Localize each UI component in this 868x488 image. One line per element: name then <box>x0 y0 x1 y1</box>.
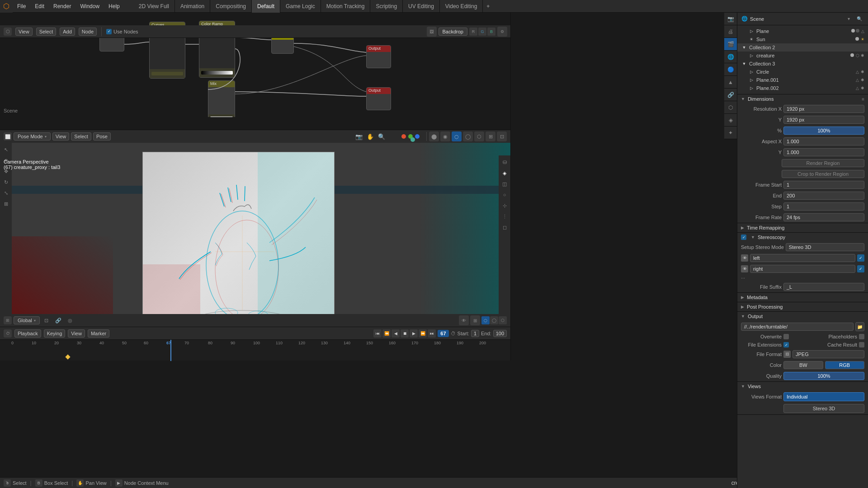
display-options[interactable]: ⚙ <box>497 27 507 37</box>
tab-animation[interactable]: Animation <box>175 0 210 13</box>
vp-icon-transform[interactable]: ⊹ <box>500 201 509 211</box>
pose-mode-dropdown[interactable]: Pose Mode <box>14 132 51 141</box>
backdrop-toggle[interactable]: 🖼 <box>427 27 437 37</box>
aspect-y-value[interactable]: 1.000 <box>783 148 864 156</box>
right-eye-check[interactable]: ✓ <box>857 265 864 272</box>
outliner-sun[interactable]: ☀ Sun ☀ <box>737 35 868 43</box>
left-eye-check[interactable]: ✓ <box>857 254 864 262</box>
node-box-7[interactable]: Output <box>366 87 391 110</box>
cache-result-checkbox[interactable] <box>859 342 864 347</box>
right-tab-material[interactable]: ◈ <box>724 114 737 127</box>
file-suffix-value[interactable]: _L <box>783 283 864 291</box>
node-node-menu[interactable]: Node <box>79 28 97 36</box>
frame-start-value[interactable]: 1 <box>783 181 864 189</box>
left-eye-name[interactable]: left <box>750 254 855 262</box>
node-box-6[interactable]: Mix <box>208 80 235 117</box>
menu-edit[interactable]: Edit <box>30 1 49 11</box>
coordinate-system-dropdown[interactable]: Global <box>14 316 40 324</box>
jump-start-btn[interactable]: ⏮ <box>373 329 382 338</box>
crop-render-region-btn[interactable]: Crop to Render Region <box>782 170 864 178</box>
tab-game-logic[interactable]: Game Logic <box>280 0 321 13</box>
vp-icon-overlay[interactable]: ◫ <box>500 179 509 189</box>
tab-default[interactable]: Default <box>252 0 280 13</box>
stereoscopy-header[interactable]: ✓ ▼ Stereoscopy <box>737 233 868 242</box>
overlay-options[interactable]: ⊞ <box>486 131 495 141</box>
browse-output-folder-btn[interactable]: 📁 <box>855 322 864 331</box>
frame-rate-value[interactable]: 24 fps <box>783 213 864 221</box>
tab-2d-view-full[interactable]: 2D View Full <box>133 0 175 13</box>
keying-menu[interactable]: Keying <box>44 329 66 338</box>
viewport-pose-menu[interactable]: Pose <box>93 132 111 141</box>
channel-g[interactable]: G <box>478 28 486 36</box>
output-path-input[interactable]: //../render/turntable/ <box>741 323 854 331</box>
quality-value[interactable]: 100% <box>783 372 864 380</box>
outliner-collection3[interactable]: ▼ Collection 3 <box>737 60 868 68</box>
playback-menu[interactable]: Playback <box>14 329 41 338</box>
render-overlay-icon[interactable]: ⬤ <box>429 131 439 141</box>
metadata-header[interactable]: ▶ Metadata <box>737 293 868 302</box>
outliner-collection2[interactable]: ▼ Collection 2 <box>737 43 868 52</box>
right-tab-particles[interactable]: ✦ <box>724 127 737 139</box>
use-nodes-checkbox[interactable]: ✓ <box>106 29 112 34</box>
right-tab-render[interactable]: 📷 <box>724 13 737 25</box>
right-tab-scene[interactable]: 🌐 <box>724 51 737 63</box>
color-bw-btn[interactable]: BW <box>783 361 823 369</box>
stereoscopy-checkbox[interactable]: ✓ <box>741 235 746 240</box>
node-view-menu[interactable]: View <box>15 28 33 36</box>
vp-icon-render2[interactable]: ◻ <box>500 222 509 232</box>
add-workspace-button[interactable]: + <box>483 1 493 11</box>
outliner-plane001[interactable]: ▷ Plane.001 △ ✱ <box>737 76 868 84</box>
file-format-value[interactable]: JPEG <box>793 350 864 358</box>
menu-render[interactable]: Render <box>49 1 75 11</box>
vp-icon-animation[interactable]: ⋮ <box>500 211 509 221</box>
viewport-type-icon[interactable]: ⬜ <box>4 132 12 141</box>
dimensions-opts-icon[interactable]: ≡ <box>862 97 864 102</box>
outliner-plane002[interactable]: ▷ Plane.002 △ ✱ <box>737 84 868 92</box>
search-icon[interactable]: 🔍 <box>377 131 387 141</box>
node-add-menu[interactable]: Add <box>60 28 75 36</box>
stereo-3d-btn[interactable]: Stereo 3D <box>783 404 864 413</box>
right-tab-data[interactable]: ⬡ <box>724 101 737 114</box>
output-header[interactable]: ▼ Output <box>737 312 868 321</box>
viewport-canvas[interactable]: Camera Perspective (67) creature_proxy :… <box>0 143 510 327</box>
res-x-value[interactable]: 1920 px <box>783 105 864 113</box>
step-fwd-btn[interactable]: ⏩ <box>419 329 427 338</box>
timeline-view-menu[interactable]: View <box>68 329 85 338</box>
play-back-btn[interactable]: ◀ <box>392 329 400 338</box>
play-fwd-btn[interactable]: ▶ <box>410 329 418 338</box>
step-back-btn[interactable]: ⏪ <box>382 329 391 338</box>
outliner-creature[interactable]: ▷ creature ⬡ ✱ <box>737 52 868 60</box>
right-tab-world[interactable]: 🔵 <box>724 63 737 76</box>
marker-menu[interactable]: Marker <box>88 329 109 338</box>
tab-uv-editing[interactable]: UV Editing <box>403 0 440 13</box>
right-tab-constraints[interactable]: 🔗 <box>724 89 737 101</box>
tab-video-editing[interactable]: Video Editing <box>440 0 483 13</box>
step-value[interactable]: 1 <box>783 202 864 211</box>
transform-pivot-icon[interactable]: ⊡ <box>42 315 52 325</box>
viewport-select-btn[interactable]: Select <box>71 132 91 141</box>
search-properties-icon[interactable]: 🔍 <box>854 14 864 24</box>
stereo-mode-value[interactable]: Stereo 3D <box>786 243 864 251</box>
tab-compositing[interactable]: Compositing <box>210 0 252 13</box>
aspect-x-value[interactable]: 1.000 <box>783 137 864 145</box>
filter-icon[interactable]: ▾ <box>844 14 854 24</box>
shading-material-btn[interactable]: ◯ <box>490 316 498 324</box>
vp-icon-scene[interactable]: ⛁ <box>500 157 509 167</box>
placeholders-checkbox[interactable] <box>859 334 864 339</box>
node-type-icon[interactable]: ⬡ <box>4 28 12 36</box>
render-region-btn[interactable]: Render Region <box>782 159 864 167</box>
shading-mode-icon[interactable]: ◉ <box>440 131 450 141</box>
viewport-shading-rendered[interactable]: ⬡ <box>474 131 484 141</box>
res-y-value[interactable]: 1920 px <box>783 116 864 124</box>
shading-rendered-btn[interactable]: ⬡ <box>499 316 507 324</box>
channel-b[interactable]: B <box>487 28 495 36</box>
frame-end-value[interactable]: 200 <box>783 192 864 200</box>
camera-view-icon[interactable]: 📷 <box>354 131 364 141</box>
time-remapping-header[interactable]: ▶ Time Remapping <box>737 223 868 232</box>
timeline-ruler[interactable]: 0 10 20 30 40 50 60 67 70 80 90 100 110 … <box>0 340 510 361</box>
views-header[interactable]: ▼ Views <box>737 382 868 391</box>
node-select-menu[interactable]: Select <box>36 28 57 36</box>
post-processing-header[interactable]: ▶ Post Processing <box>737 302 868 311</box>
percent-value[interactable]: 100% <box>783 127 864 135</box>
color-rgb-btn[interactable]: RGB <box>825 361 865 369</box>
